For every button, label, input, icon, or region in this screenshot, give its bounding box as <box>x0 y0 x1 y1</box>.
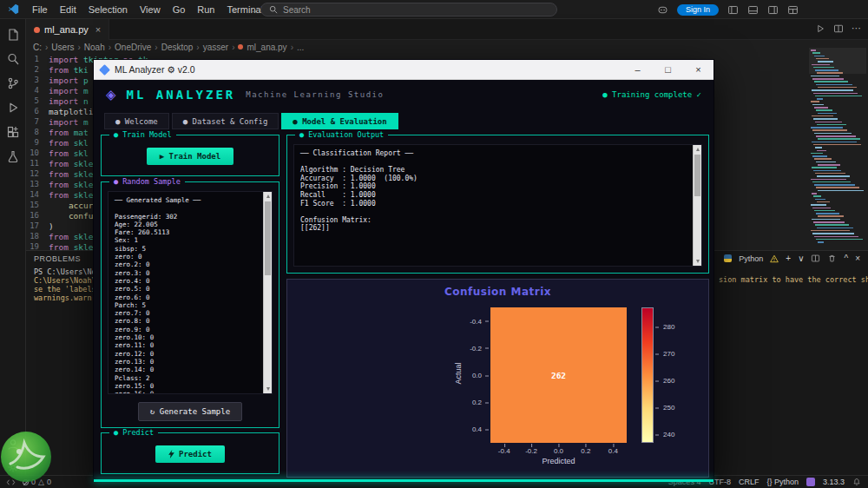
run-debug-icon[interactable] <box>6 101 20 115</box>
tab-welcome[interactable]: ● Welcome <box>104 113 169 129</box>
more-actions-icon[interactable]: ⋯ <box>852 23 861 34</box>
tab-model-evaluation[interactable]: ● Model & Evaluation <box>281 113 398 129</box>
python-version[interactable]: 3.13.3 <box>823 478 845 486</box>
breadcrumb-segment[interactable]: Users <box>51 43 74 52</box>
terminal-dropdown-icon[interactable]: ∨ <box>798 254 804 263</box>
braces-icon: {} <box>766 478 772 486</box>
breadcrumb-segment[interactable]: ml_ana.py <box>247 43 286 52</box>
training-status-badge: ● Training complete ✓ <box>602 90 701 99</box>
predict-label: ● Predict <box>109 428 158 437</box>
breadcrumb[interactable]: C:›Users›Noah›OneDrive›Desktop›yasser›ml… <box>33 41 304 53</box>
editor-actions: ⋯ <box>815 23 861 34</box>
app-header: ◈ ML ANALYZER Machine Learning Studio ● … <box>94 80 713 109</box>
app-brand: ML ANALYZER <box>127 88 236 102</box>
colorbar-ticks: 240250260270280 <box>659 307 685 443</box>
panel-actions: Python + ∨ ^ × <box>724 254 860 263</box>
kill-terminal-icon[interactable] <box>827 254 837 263</box>
evaluation-output-section: ● Evaluation Output ── Classification Re… <box>286 135 709 274</box>
close-button[interactable]: × <box>683 60 713 79</box>
testing-icon[interactable] <box>6 149 20 163</box>
random-sample-section: ● Random Sample ── Generated Sample ── P… <box>101 181 279 428</box>
copilot-icon[interactable] <box>657 4 668 16</box>
scrollbar-thumb[interactable] <box>694 155 700 196</box>
evaluation-scrollbar[interactable] <box>693 145 701 266</box>
train-model-button[interactable]: ▶ Train Model <box>147 148 233 165</box>
split-terminal-icon[interactable] <box>811 254 820 263</box>
menu-run[interactable]: Run <box>191 4 220 15</box>
back-icon[interactable]: ← <box>231 4 240 15</box>
menu-selection[interactable]: Selection <box>82 4 134 15</box>
sign-in-button[interactable]: Sign In <box>677 4 719 16</box>
scrollbar-thumb[interactable] <box>265 201 271 275</box>
heatmap-cell: 262 <box>490 307 627 443</box>
toggle-secondary-sidebar-icon[interactable] <box>767 4 779 16</box>
forward-icon[interactable]: → <box>249 4 259 15</box>
tab-dataset-config[interactable]: ● Dataset & Config <box>172 113 279 129</box>
explorer-icon[interactable] <box>6 28 20 42</box>
close-panel-icon[interactable]: × <box>855 254 860 263</box>
watermark-logo <box>0 429 54 485</box>
customize-layout-icon[interactable] <box>787 4 799 16</box>
ml-analyzer-window: ML Analyzer ⚙ v2.0 – □ × ◈ ML ANALYZER M… <box>93 59 714 482</box>
language-mode[interactable]: {} Python <box>766 478 799 486</box>
python-file-icon <box>34 27 40 33</box>
evaluation-text: ── Classification Report ── Algorithm : … <box>294 145 693 266</box>
confusion-matrix-panel: Confusion Matrix Actual -0.4-0.20.00.20.… <box>286 279 709 478</box>
screen: FileEditSelectionViewGoRunTerminalHelp ←… <box>0 0 868 488</box>
warning-icon <box>770 254 779 263</box>
ml-app-icon <box>99 64 110 76</box>
search-input[interactable]: Search <box>260 3 557 16</box>
run-file-icon[interactable] <box>815 23 825 34</box>
extensions-icon[interactable] <box>6 125 20 139</box>
tab-close-icon[interactable]: × <box>95 24 101 35</box>
predict-section: ● Predict Predict <box>101 432 279 474</box>
minimize-button[interactable]: – <box>622 60 653 79</box>
toggle-panel-icon[interactable] <box>747 4 759 16</box>
chart-xticks: -0.4-0.20.00.20.4 <box>490 444 627 456</box>
notifications-bell-icon[interactable] <box>852 478 861 486</box>
ml-window-body: ◈ ML ANALYZER Machine Learning Studio ● … <box>94 80 713 481</box>
app-content: ● Train Model ▶ Train Model ● Random Sam… <box>94 133 713 481</box>
status-accent-badge[interactable] <box>806 478 815 486</box>
ml-window-title: ML Analyzer ⚙ v2.0 <box>115 64 194 75</box>
breadcrumb-segment[interactable]: Desktop <box>161 43 194 52</box>
breadcrumb-segment[interactable]: Noah <box>84 43 105 52</box>
menu-file[interactable]: File <box>26 4 54 15</box>
maximize-button[interactable]: □ <box>653 60 683 79</box>
chart-colorbar <box>641 307 654 443</box>
generate-sample-button[interactable]: ↻ Generate Sample <box>138 402 242 421</box>
menu-view[interactable]: View <box>134 4 167 15</box>
new-terminal-icon[interactable]: + <box>786 254 791 263</box>
evaluation-output-area[interactable]: ── Classification Report ── Algorithm : … <box>293 144 702 267</box>
maximize-panel-icon[interactable]: ^ <box>844 254 848 263</box>
breadcrumb-segment[interactable]: ... <box>297 43 304 52</box>
split-editor-icon[interactable] <box>833 23 844 34</box>
source-control-icon[interactable] <box>6 76 20 90</box>
toggle-sidebar-icon[interactable] <box>727 4 739 16</box>
menu-edit[interactable]: Edit <box>54 4 82 15</box>
random-sample-label: ● Random Sample <box>109 177 185 186</box>
panel-tab-problems[interactable]: PROBLEMS <box>34 254 81 263</box>
train-model-section: ● Train Model ▶ Train Model <box>101 135 279 176</box>
editor-tabbar: ml_ana.py × ⋯ <box>26 19 868 40</box>
predict-button[interactable]: Predict <box>155 445 225 463</box>
breadcrumb-segment[interactable]: yasser <box>203 43 228 52</box>
sample-output-area[interactable]: ── Generated Sample ── Passengerid: 302 … <box>108 191 273 394</box>
minimap[interactable] <box>809 48 866 247</box>
vscode-titlebar: FileEditSelectionViewGoRunTerminalHelp ←… <box>0 0 868 19</box>
sample-scrollbar[interactable] <box>263 192 272 393</box>
menu-go[interactable]: Go <box>167 4 192 15</box>
ml-window-titlebar[interactable]: ML Analyzer ⚙ v2.0 – □ × <box>94 60 713 80</box>
status-crlf[interactable]: CRLF <box>739 478 760 486</box>
terminal-label[interactable]: Python <box>739 254 763 263</box>
breadcrumb-segment[interactable]: OneDrive <box>115 43 151 52</box>
editor-tab-label: ml_ana.py <box>44 24 89 35</box>
terminal-output-fragment: sion matrix to have the correct shape, u <box>719 275 868 284</box>
breadcrumb-segment[interactable]: C: <box>33 43 42 52</box>
activity-bar <box>0 19 26 475</box>
search-sidebar-icon[interactable] <box>6 52 20 66</box>
editor-tab-ml-ana[interactable]: ml_ana.py × <box>26 19 109 40</box>
vscode-logo-icon <box>8 3 19 15</box>
brand-diamond-icon: ◈ <box>106 87 116 102</box>
app-tabs: ● Welcome● Dataset & Config● Model & Eva… <box>94 113 713 129</box>
